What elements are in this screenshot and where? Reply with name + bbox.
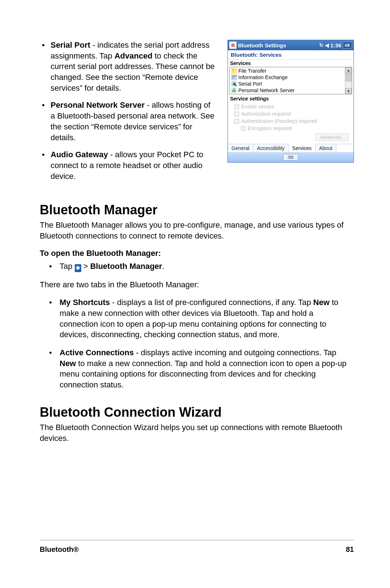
titlebar: ⊞ Bluetooth Settings ↻ ◀ 1:36 ok bbox=[228, 40, 354, 50]
bullet-open-manager: Tap ✱ > Bluetooth Manager. bbox=[40, 261, 354, 272]
service-information-exchange[interactable]: 🪪 Information Exchange bbox=[230, 74, 344, 81]
text: - displays a list of pre-configured conn… bbox=[110, 298, 313, 307]
subheading-open-manager: To open the Bluetooth Manager: bbox=[40, 249, 354, 258]
tab-services[interactable]: Services bbox=[289, 143, 316, 152]
scroll-up-icon[interactable]: ▲ bbox=[345, 67, 352, 73]
heading-connection-wizard: Bluetooth Connection Wizard bbox=[40, 405, 354, 420]
label: Bluetooth Manager bbox=[90, 262, 162, 271]
label: Personal Network Server bbox=[238, 87, 295, 93]
scroll-down-icon[interactable]: ▼ bbox=[345, 88, 352, 94]
service-file-transfer[interactable]: 📁 File Transfer bbox=[230, 68, 344, 74]
text: Tap bbox=[60, 262, 75, 271]
tab-accessibility[interactable]: Accessibility bbox=[254, 144, 289, 152]
checkbox-icon bbox=[234, 119, 239, 124]
plug-icon: 🔌 bbox=[231, 81, 237, 87]
checkbox-icon bbox=[241, 126, 246, 131]
period: . bbox=[162, 262, 164, 271]
bullet-personal-network-server: Personal Network Server - allows hosting… bbox=[40, 100, 217, 143]
network-icon: 🖧 bbox=[231, 87, 237, 93]
check-authorization-required: Authorization required bbox=[231, 110, 351, 117]
label: Personal Network Server bbox=[51, 100, 144, 110]
scroll-thumb[interactable] bbox=[346, 73, 351, 81]
paragraph-manager-desc: The Bluetooth Manager allows you to pre-… bbox=[40, 220, 354, 241]
label: Authorization required bbox=[241, 111, 291, 117]
scrollbar[interactable]: ▲ ▼ bbox=[345, 67, 352, 94]
folder-icon: 📁 bbox=[231, 68, 237, 74]
label: Encryption required bbox=[248, 125, 291, 131]
checkbox-icon bbox=[234, 104, 239, 109]
check-authentication-required: Authentication (Passkey) required bbox=[231, 117, 351, 125]
label: Active Connections bbox=[60, 348, 134, 357]
clock: 1:36 bbox=[330, 42, 341, 48]
label: File Transfer bbox=[238, 68, 266, 74]
card-icon: 🪪 bbox=[231, 74, 237, 80]
screenshot-bluetooth-settings: ⊞ Bluetooth Settings ↻ ◀ 1:36 ok Bluetoo… bbox=[228, 40, 354, 163]
tab-general[interactable]: General bbox=[228, 144, 254, 152]
service-personal-network-server[interactable]: 🖧 Personal Network Server bbox=[230, 87, 344, 94]
paragraph-wizard-desc: The Bluetooth Connection Wizard helps yo… bbox=[40, 422, 354, 443]
arrow: > bbox=[81, 262, 90, 271]
check-enable-service: Enable service bbox=[231, 103, 351, 110]
services-listbox[interactable]: 📁 File Transfer 🪪 Information Exchange 🔌… bbox=[229, 67, 352, 94]
new-word: New bbox=[313, 298, 329, 307]
label: Information Exchange bbox=[238, 74, 287, 80]
keyboard-icon[interactable]: ⌨ bbox=[283, 154, 298, 160]
check-encryption-required: Encryption required bbox=[231, 125, 351, 132]
tab-about[interactable]: About bbox=[316, 144, 337, 152]
label: Enable service bbox=[241, 104, 274, 110]
bullet-my-shortcuts: My Shortcuts - displays a list of pre-co… bbox=[40, 297, 354, 340]
ok-button[interactable]: ok bbox=[343, 42, 352, 49]
sync-icon[interactable]: ↻ bbox=[319, 42, 324, 48]
label: Authentication (Passkey) required bbox=[241, 118, 317, 124]
checkbox-icon bbox=[234, 112, 239, 116]
heading-bluetooth-manager: Bluetooth Manager bbox=[40, 202, 354, 218]
label: Audio Gateway bbox=[51, 150, 108, 159]
text: to make a new connection. Tap and hold a… bbox=[60, 359, 347, 389]
advanced-word: Advanced bbox=[114, 51, 152, 60]
text: - displays active incoming and outgoing … bbox=[134, 348, 336, 357]
advanced-button: Advanced... bbox=[316, 133, 348, 141]
service-serial-port[interactable]: 🔌 Serial Port bbox=[230, 81, 344, 87]
sip-bar: ⌨ bbox=[228, 152, 354, 162]
new-word: New bbox=[60, 359, 76, 368]
bullet-audio-gateway: Audio Gateway - allows your Pocket PC to… bbox=[40, 149, 217, 181]
panel-subtitle: Bluetooth: Services bbox=[228, 50, 354, 60]
bullet-serial-port: Serial Port - indicates the serial port … bbox=[40, 40, 217, 93]
footer-section: Bluetooth® bbox=[40, 545, 79, 554]
label: My Shortcuts bbox=[60, 298, 110, 307]
bullet-active-connections: Active Connections - displays active inc… bbox=[40, 347, 354, 390]
footer-page-number: 81 bbox=[346, 545, 354, 554]
tab-bar: General Accessibility Services About bbox=[228, 144, 354, 152]
services-label: Services bbox=[228, 60, 354, 67]
window-title: Bluetooth Settings bbox=[238, 42, 286, 48]
bluetooth-icon: ✱ bbox=[75, 264, 81, 272]
service-settings-label: Service settings bbox=[228, 95, 354, 102]
paragraph-tabs-intro: There are two tabs in the Bluetooth Mana… bbox=[40, 279, 354, 290]
label: Serial Port bbox=[238, 81, 262, 87]
speaker-icon[interactable]: ◀ bbox=[325, 42, 329, 48]
start-icon[interactable]: ⊞ bbox=[229, 42, 237, 49]
label: Serial Port bbox=[51, 40, 90, 50]
